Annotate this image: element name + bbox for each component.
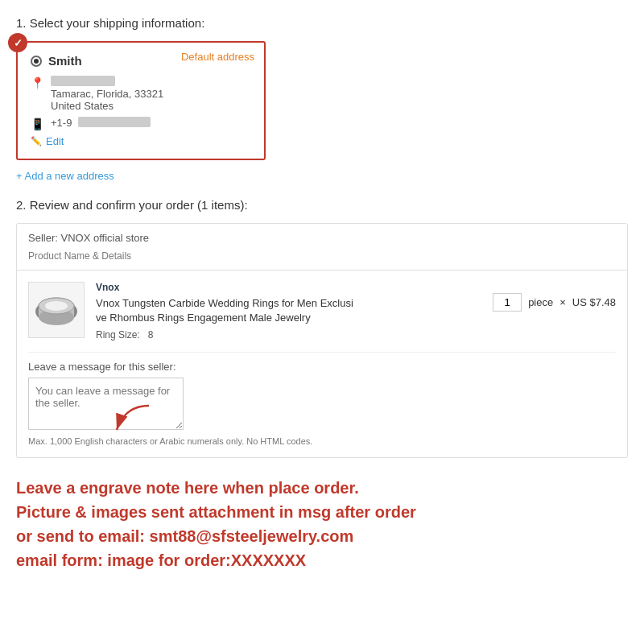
order-box: Seller: VNOX official store Product Name… [16,223,628,458]
address-details: Tamarac, Florida, 33321 United States [51,76,163,112]
spec-value: 8 [148,329,154,341]
message-label: Leave a message for this seller: [28,361,616,373]
seller-name: Seller: VNOX official store [28,232,616,244]
quantity-price: piece × US $7.48 [493,293,616,312]
unit-label: piece [528,296,553,308]
times-symbol: × [559,296,566,308]
selected-checkmark: ✓ [8,33,27,52]
phone-icon: 📱 [31,118,44,130]
message-textarea[interactable] [28,378,184,430]
message-hint: Max. 1,000 English characters or Arabic … [28,436,616,446]
spec-label: Ring Size: [96,329,140,341]
product-info: Vnox Vnox Tungsten Carbide Wedding Rings… [96,282,481,341]
step1-title: 1. Select your shipping information: [16,16,628,30]
city-state-zip: Tamarac, Florida, 33321 [51,88,163,100]
textarea-wrapper [28,378,184,432]
annotation-line2: Picture & images sent attachment in msg … [16,500,628,524]
edit-icon: ✏️ [31,136,42,147]
step1-section: 1. Select your shipping information: ✓ D… [16,16,628,182]
country: United States [51,100,114,112]
annotation-section: Leave a engrave note here when place ord… [16,476,628,572]
add-address-link[interactable]: + Add a new address [16,170,628,182]
default-address-badge: Default address [181,51,254,63]
ring-svg [32,286,80,334]
brand-logo: Vnox [96,282,481,293]
order-header: Seller: VNOX official store Product Name… [17,224,627,270]
address-card[interactable]: ✓ Default address Smith 📍 Tamarac, Flori… [16,41,266,160]
product-row-wrapper: Vnox Vnox Tungsten Carbide Wedding Rings… [28,282,616,341]
address-name: Smith [48,54,82,68]
annotation-line3: or send to email: smt88@sfsteeljewelry.c… [16,524,628,548]
radio-button[interactable] [31,56,42,67]
step2-section: 2. Review and confirm your order (1 item… [16,198,628,458]
add-address-label: + Add a new address [16,170,114,182]
product-image [28,282,85,338]
address-phone-row: 📱 +1-9 [31,117,251,130]
brand-icon: Vnox [96,282,119,293]
product-spec: Ring Size: 8 [96,329,481,341]
quantity-input[interactable] [493,293,522,312]
product-name-header: Product Name & Details [28,250,131,262]
product-row: Vnox Vnox Tungsten Carbide Wedding Rings… [28,282,616,341]
step2-title: 2. Review and confirm your order (1 item… [16,198,628,212]
qty-price-col: piece × US $7.48 [493,282,616,312]
street-blurred [51,76,115,86]
column-headers: Product Name & Details [28,247,616,262]
address-street-row: 📍 Tamarac, Florida, 33321 United States [31,76,251,112]
message-section: Leave a message for this seller: Ma [28,352,616,446]
product-title: Vnox Tungsten Carbide Wedding Rings for … [96,296,481,325]
annotation-line4: email form: image for order:XXXXXXX [16,548,628,572]
edit-link[interactable]: ✏️ Edit [31,135,251,147]
svg-point-6 [45,301,68,311]
edit-label: Edit [46,135,64,147]
order-body: Vnox Vnox Tungsten Carbide Wedding Rings… [17,270,627,457]
price-label: US $7.48 [572,296,616,308]
location-icon: 📍 [31,76,44,89]
annotation-line1: Leave a engrave note here when place ord… [16,476,628,500]
phone-blurred [78,117,151,127]
